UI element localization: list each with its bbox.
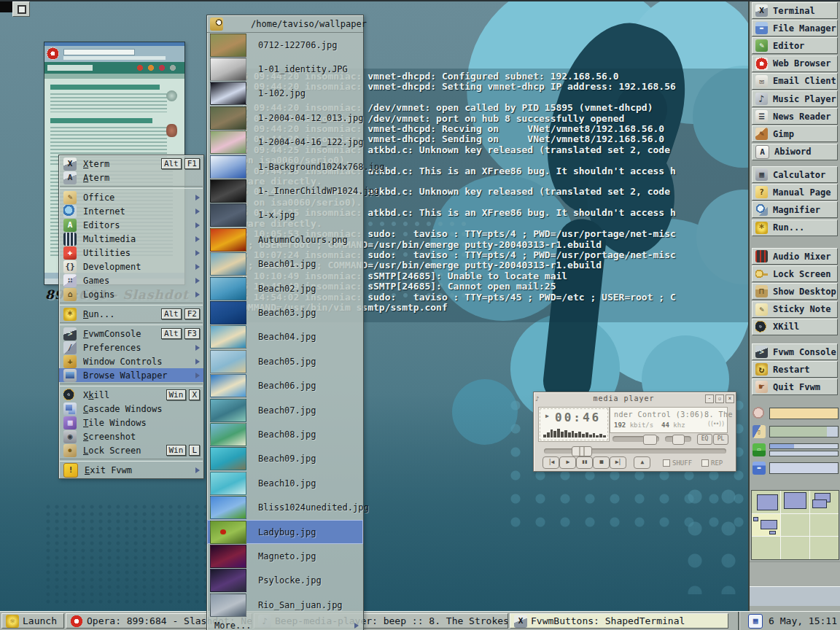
wallpaper-item-beach01-jpg[interactable]: Beach01.jpg — [207, 252, 363, 276]
pager-window[interactable] — [784, 492, 806, 509]
menu-item-xkill[interactable]: XkillWinX — [59, 388, 203, 402]
panel-button-editor[interactable]: ✎Editor — [752, 37, 838, 54]
wallpaper-item-beach03-jpg[interactable]: Beach03.jpg — [207, 300, 363, 324]
menu-item-multimedia[interactable]: Multimedia — [59, 232, 203, 246]
pause-button[interactable]: ▮▮ — [576, 456, 593, 469]
panel-button-file-manager[interactable]: ▬File Manager — [752, 20, 838, 36]
wallpaper-item-beach09-jpg[interactable]: Beach09.jpg — [207, 447, 363, 471]
panel-button-magnifier[interactable]: Magnifier — [752, 201, 838, 218]
wallpaper-item-rio-san-juan-jpg[interactable]: Rio_San_juan.jpg — [207, 593, 363, 617]
wallpaper-item-bliss1024unedited-jpg[interactable]: Bliss1024unedited.jpg — [207, 495, 363, 519]
repeat-toggle[interactable]: REP — [701, 459, 723, 467]
wallpaper-more-item[interactable]: More... — [207, 617, 363, 630]
wallpaper-item-beach07-jpg[interactable]: Beach07.jpg — [207, 398, 363, 422]
menu-item-internet[interactable]: Internet — [59, 204, 203, 218]
panel-button-audio-mixer[interactable]: Audio Mixer — [752, 248, 838, 265]
pager-desk-3[interactable] — [752, 514, 780, 537]
previous-button[interactable]: |◀ — [542, 456, 559, 469]
pager-desk-7[interactable] — [781, 537, 809, 559]
wallpaper-item-beach05-jpg[interactable]: Beach05.jpg — [207, 349, 363, 373]
wallpaper-item-1-01-identity-jpg[interactable]: 1-01_identity.JPG — [207, 57, 363, 81]
menu-item-games[interactable]: ∷Games — [59, 273, 203, 287]
playlist-button[interactable]: PL — [713, 434, 728, 445]
menu-item-run[interactable]: *Run...AltF2 — [59, 307, 203, 321]
equalizer-button[interactable]: EQ — [697, 434, 712, 445]
pager-desk-0[interactable] — [752, 491, 780, 513]
panel-button-terminal[interactable]: XTerminal — [752, 2, 838, 19]
wallpaper-item-1-innerchildwp1024-jpg[interactable]: 1-_InnerChildWP1024.jpg — [207, 179, 363, 203]
menu-item-tile-windows[interactable]: ▦Tile Windows — [59, 416, 203, 429]
panel-button-email-client[interactable]: ✉Email Client — [752, 73, 838, 90]
wallpaper-item-beach02-jpg[interactable]: Beach02.jpg — [207, 276, 363, 300]
panel-button-web-browser[interactable]: Web Browser — [752, 55, 838, 72]
seek-knob[interactable] — [572, 446, 592, 456]
shade-button[interactable]: ▫ — [715, 394, 724, 403]
panel-button-news-reader[interactable]: ≡News Reader — [752, 108, 838, 125]
menu-item-development[interactable]: {}Development — [59, 260, 203, 273]
media-player-window[interactable]: ♪ media player - ▫ × ▶ 00:46 nder Contro… — [533, 392, 736, 472]
eject-button[interactable]: ▲ — [634, 456, 650, 469]
wallpaper-item-beach08-jpg[interactable]: Beach08.jpg — [207, 422, 363, 446]
wallpaper-item-1-2004-04-16-122-jpg[interactable]: 1-2004-04-16_122.jpg — [207, 131, 363, 155]
menu-item-screenshot[interactable]: ◉Screenshot — [59, 429, 203, 443]
shuffle-checkbox[interactable] — [663, 459, 670, 467]
pager-window[interactable] — [769, 531, 776, 534]
panel-button-xkill[interactable]: XKill — [752, 319, 838, 335]
menu-item-fvwmconsole[interactable]: >FvwmConsoleAltF3 — [59, 327, 203, 341]
panel-button-abiword[interactable]: AAbiword — [752, 144, 838, 160]
wallpaper-item-beach06-jpg[interactable]: Beach06.jpg — [207, 373, 363, 397]
menu-item-aterm[interactable]: AAterm — [59, 171, 203, 184]
panel-button-manual-page[interactable]: ?Manual Page — [752, 184, 838, 201]
stop-button[interactable]: ■ — [593, 456, 610, 469]
panel-button-lock-screen[interactable]: Lock Screen — [752, 265, 838, 282]
panel-button-music-player[interactable]: ♪Music Player — [752, 90, 838, 107]
pager-window[interactable] — [812, 499, 827, 508]
pager-desk-1[interactable] — [781, 491, 809, 513]
repeat-checkbox[interactable] — [701, 459, 709, 467]
balance-knob[interactable] — [672, 435, 685, 445]
next-button[interactable]: ▶| — [610, 456, 626, 469]
menu-item-editors[interactable]: AEditors — [59, 218, 203, 232]
minimize-button[interactable]: - — [705, 394, 714, 403]
menu-item-window-controls[interactable]: +Window Controls — [59, 354, 203, 368]
taskbar-clock[interactable]: ▦ 6 May, 15:11 — [748, 613, 837, 629]
wallpaper-item-beach04-jpg[interactable]: Beach04.jpg — [207, 325, 363, 349]
menu-item-utilities[interactable]: ✚Utilities — [59, 246, 203, 260]
menu-item-logins[interactable]: ⌂Logins — [59, 287, 203, 301]
pager-desk-8[interactable] — [810, 537, 839, 559]
wallpaper-item-1-102-jpg[interactable]: 1-102.jpg — [207, 82, 363, 106]
wallpaper-item-0712-122706-jpg[interactable]: 0712-122706.jpg — [207, 33, 363, 57]
play-button[interactable]: ▶ — [559, 456, 576, 469]
menu-item-exit-fvwm[interactable]: !Exit Fvwm — [59, 463, 203, 477]
wallpaper-item-1-2004-04-12-013-jpg[interactable]: 1-2004-04-12_013.jpg — [207, 106, 363, 130]
wallpaper-item-magneto-jpg[interactable]: Magneto.jpg — [207, 544, 363, 568]
wallpaper-item-autumncolours-png[interactable]: AutumnColours.png — [207, 228, 363, 252]
pager-desk-5[interactable] — [810, 514, 839, 537]
menu-item-xterm[interactable]: XXtermAltF1 — [59, 157, 203, 171]
menu-item-lock-screen[interactable]: ●Lock ScreenWinL — [59, 443, 203, 457]
task-button-3[interactable]: XFvwmButtons: ShapedTerminal — [510, 613, 728, 629]
pager-desk-6[interactable] — [752, 537, 780, 559]
panel-button-quit-fvwm[interactable]: ☛Quit Fvwm — [752, 378, 838, 395]
wallpaper-item-beach10-jpg[interactable]: Beach10.jpg — [207, 471, 363, 495]
close-button[interactable]: × — [726, 394, 734, 403]
menu-item-browse-wallpaper[interactable]: Browse Wallpaper — [59, 368, 203, 382]
wallpaper-item-ladybug-jpg[interactable]: Ladybug.jpg — [207, 520, 363, 544]
pager-window[interactable] — [753, 517, 758, 521]
panel-button-sticky-note[interactable]: ✎Sticky Note — [752, 301, 838, 318]
panel-button-gimp[interactable]: ✎Gimp — [752, 125, 838, 142]
desktop-pager[interactable] — [751, 490, 839, 560]
panel-button-show-desktop[interactable]: ⊓Show Desktop — [752, 283, 838, 300]
panel-button-calculator[interactable]: ▦Calculator — [752, 166, 838, 183]
menu-item-preferences[interactable]: /Preferences — [59, 341, 203, 354]
menu-item-cascade-windows[interactable]: Cascade Windows — [59, 402, 203, 416]
panel-button-restart[interactable]: ↻Restart — [752, 361, 838, 378]
panel-button-run[interactable]: *Run... — [752, 219, 838, 236]
wallpaper-item-1-background1024x768-jpg[interactable]: 1-Background1024x768.jpg — [207, 155, 363, 179]
pager-desk-4[interactable] — [781, 514, 809, 537]
pager-window[interactable] — [761, 520, 777, 529]
pager-desk-2[interactable] — [810, 491, 839, 513]
menu-item-office[interactable]: ✎Office — [59, 190, 203, 204]
shuffle-toggle[interactable]: SHUFF — [663, 459, 692, 467]
pager-window[interactable] — [757, 494, 778, 510]
